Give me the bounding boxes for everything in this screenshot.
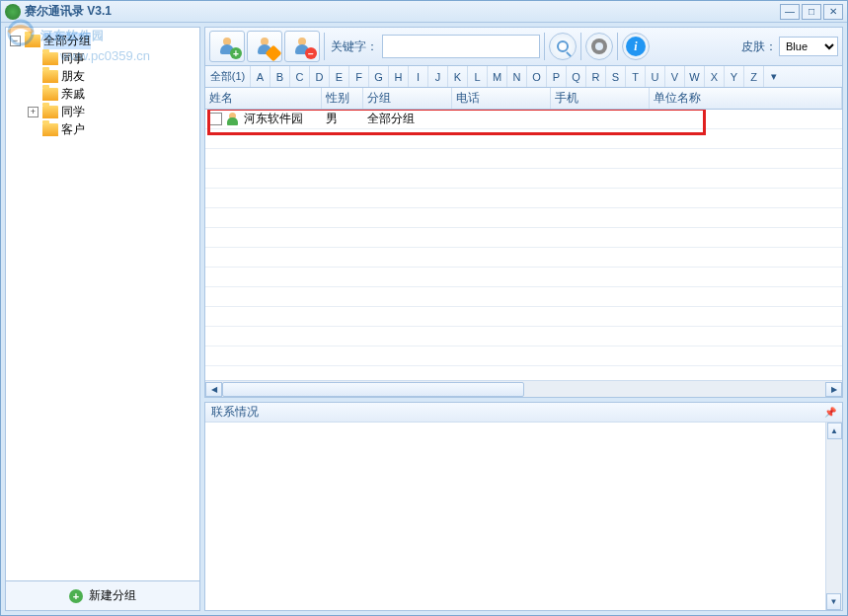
alpha-Z[interactable]: Z <box>744 66 764 87</box>
group-tree: − 全部分组 同事 朋友 亲戚 + 同学 <box>6 28 199 580</box>
alpha-O[interactable]: O <box>527 66 547 87</box>
alpha-E[interactable]: E <box>330 66 349 87</box>
alpha-A[interactable]: A <box>251 66 270 87</box>
alpha-H[interactable]: H <box>389 66 409 87</box>
col-company[interactable]: 单位名称 <box>650 88 842 109</box>
tree-item-tongxue[interactable]: + 同学 <box>8 103 197 120</box>
scroll-left-button[interactable]: ◀ <box>205 382 222 397</box>
empty-row <box>205 129 842 149</box>
empty-row <box>205 327 842 346</box>
alpha-T[interactable]: T <box>626 66 646 87</box>
alpha-P[interactable]: P <box>547 66 567 87</box>
search-input[interactable] <box>382 35 540 58</box>
empty-row <box>205 169 842 189</box>
alpha-D[interactable]: D <box>310 66 330 87</box>
delete-badge-icon: − <box>305 47 317 59</box>
scroll-right-button[interactable]: ▶ <box>825 382 842 397</box>
col-phone[interactable]: 电话 <box>452 88 551 109</box>
toolbar: + − 关键字： i <box>204 27 843 66</box>
alpha-J[interactable]: J <box>428 66 448 87</box>
pin-icon[interactable]: 📌 <box>824 407 836 418</box>
tree-item-pengyou[interactable]: 朋友 <box>8 67 197 85</box>
settings-button[interactable] <box>585 33 613 60</box>
vertical-scrollbar[interactable]: ▲ ▼ <box>825 423 842 610</box>
col-mobile[interactable]: 手机 <box>551 88 650 109</box>
info-icon: i <box>626 37 646 56</box>
col-gender[interactable]: 性别 <box>322 88 363 109</box>
alpha-Y[interactable]: Y <box>725 66 744 87</box>
titlebar: 赛尔通讯录 V3.1 — □ ✕ <box>1 1 847 23</box>
alpha-I[interactable]: I <box>409 66 428 87</box>
separator <box>580 33 581 60</box>
close-button[interactable]: ✕ <box>823 4 843 20</box>
new-group-button[interactable]: + 新建分组 <box>6 580 199 610</box>
add-badge-icon: + <box>230 47 242 59</box>
alpha-G[interactable]: G <box>369 66 389 87</box>
tree-item-qinqi[interactable]: 亲戚 <box>8 85 197 103</box>
collapse-icon[interactable]: − <box>10 36 21 46</box>
alpha-B[interactable]: B <box>270 66 290 87</box>
grid-header: 姓名 性别 分组 电话 手机 单位名称 <box>205 88 842 110</box>
folder-icon <box>25 35 40 47</box>
plus-icon: + <box>69 589 83 603</box>
empty-row <box>205 307 842 327</box>
sidebar: − 全部分组 同事 朋友 亲戚 + 同学 <box>5 27 200 611</box>
expand-icon[interactable]: + <box>28 107 39 117</box>
detail-panel: 联系情况 📌 ▲ ▼ <box>204 402 843 611</box>
alpha-K[interactable]: K <box>448 66 468 87</box>
alpha-C[interactable]: C <box>290 66 310 87</box>
tree-item-tongshi[interactable]: 同事 <box>8 49 197 67</box>
alpha-V[interactable]: V <box>665 66 685 87</box>
horizontal-scrollbar[interactable]: ◀ ▶ <box>205 380 842 397</box>
alpha-R[interactable]: R <box>586 66 606 87</box>
alpha-W[interactable]: W <box>685 66 705 87</box>
alpha-N[interactable]: N <box>507 66 527 87</box>
detail-header: 联系情况 📌 <box>205 403 842 423</box>
empty-row <box>205 149 842 169</box>
table-row[interactable]: 河东软件园 男 全部分组 <box>205 110 842 129</box>
tree-item-kehu[interactable]: 客户 <box>8 120 197 138</box>
alpha-S[interactable]: S <box>606 66 626 87</box>
contact-icon <box>226 113 240 126</box>
delete-contact-button[interactable]: − <box>284 31 320 62</box>
window-title: 赛尔通讯录 V3.1 <box>25 3 780 20</box>
skin-select[interactable]: Blue <box>779 37 838 56</box>
alpha-all[interactable]: 全部(1) <box>205 66 251 87</box>
row-checkbox[interactable] <box>209 113 222 125</box>
scroll-track[interactable] <box>222 382 825 397</box>
grid-body: 河东软件园 男 全部分组 <box>205 110 842 380</box>
detail-body: ▲ ▼ <box>205 423 842 610</box>
alpha-X[interactable]: X <box>705 66 725 87</box>
info-button[interactable]: i <box>622 33 650 60</box>
folder-icon <box>42 70 58 83</box>
tree-root[interactable]: − 全部分组 <box>8 32 197 49</box>
alpha-Q[interactable]: Q <box>567 66 586 87</box>
minimize-button[interactable]: — <box>780 4 800 20</box>
col-group[interactable]: 分组 <box>363 88 452 109</box>
scroll-down-button[interactable]: ▼ <box>826 593 841 610</box>
search-icon <box>557 40 569 52</box>
col-name[interactable]: 姓名 <box>205 88 322 109</box>
folder-icon <box>42 106 58 118</box>
search-button[interactable] <box>549 33 577 60</box>
empty-row <box>205 208 842 228</box>
edit-contact-button[interactable] <box>247 31 282 62</box>
contact-grid: 姓名 性别 分组 电话 手机 单位名称 河东软件园 男 全部分组 <box>204 88 843 398</box>
scroll-up-button[interactable]: ▲ <box>827 423 842 439</box>
maximize-button[interactable]: □ <box>802 4 821 20</box>
alpha-dropdown[interactable]: ▾ <box>764 66 784 87</box>
alpha-M[interactable]: M <box>488 66 507 87</box>
folder-icon <box>42 52 58 65</box>
folder-icon <box>42 88 58 101</box>
scroll-thumb[interactable] <box>222 382 524 397</box>
alpha-U[interactable]: U <box>646 66 665 87</box>
skin-label: 皮肤： <box>741 38 777 55</box>
empty-row <box>205 346 842 366</box>
empty-row <box>205 248 842 268</box>
add-contact-button[interactable]: + <box>209 31 245 62</box>
alpha-F[interactable]: F <box>349 66 369 87</box>
gear-icon <box>591 38 607 54</box>
app-icon <box>5 4 21 20</box>
new-group-label: 新建分组 <box>89 587 136 604</box>
alpha-L[interactable]: L <box>468 66 488 87</box>
